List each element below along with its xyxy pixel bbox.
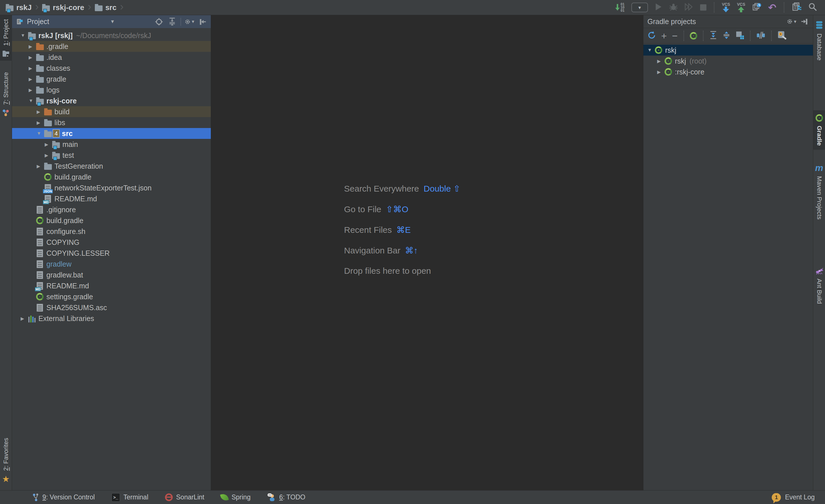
- chevron-right-icon[interactable]: ▶: [29, 76, 36, 82]
- tree-row[interactable]: ▶ .gradle: [12, 41, 211, 52]
- tree-row[interactable]: ▶ main: [12, 139, 211, 150]
- tree-row[interactable]: ▶ build: [12, 106, 211, 117]
- rollback-icon[interactable]: ↶: [768, 3, 776, 11]
- tree-row[interactable]: ▶ logs: [12, 84, 211, 95]
- chevron-right-icon[interactable]: ▶: [657, 59, 665, 64]
- chevron-right-icon[interactable]: ▶: [37, 109, 44, 114]
- search-everywhere-icon[interactable]: [808, 3, 817, 12]
- tree-row[interactable]: SHA256SUMS.asc: [12, 302, 211, 313]
- gear-icon[interactable]: ▾: [184, 17, 194, 27]
- gradle-file-icon: [44, 173, 52, 181]
- gradle-tree-row[interactable]: ▶ :rskj-core: [644, 67, 813, 77]
- tool-tab-favorites[interactable]: 2: Favorites ★: [0, 434, 12, 487]
- gradle-project-icon: [655, 47, 662, 54]
- tool-tab-database[interactable]: Database: [813, 15, 825, 65]
- tool-tab-ant[interactable]: Ant Build: [813, 264, 825, 308]
- run-configuration-select[interactable]: ▼: [631, 3, 648, 12]
- tree-row[interactable]: ▼ rskJ [rskj] ~/Documents/code/rskJ: [12, 30, 211, 41]
- vcs-commit-button[interactable]: VCS: [737, 3, 745, 12]
- locate-icon[interactable]: [154, 17, 164, 27]
- chevron-down-icon[interactable]: ▼: [21, 33, 28, 38]
- tree-row[interactable]: gradlew.bat: [12, 269, 211, 280]
- chevron-right-icon[interactable]: ▶: [37, 164, 44, 169]
- tree-row[interactable]: configure.sh: [12, 226, 211, 237]
- stop-button-disabled[interactable]: [700, 4, 706, 11]
- run-gradle-task-icon[interactable]: [690, 32, 697, 39]
- tree-row[interactable]: ▶ libs: [12, 117, 211, 128]
- chevron-right-icon[interactable]: ▶: [29, 66, 36, 71]
- tool-tab-project[interactable]: 1: Project: [0, 15, 12, 61]
- tree-row[interactable]: ▶ gradle: [12, 74, 211, 84]
- tree-row[interactable]: COPYING.LESSER: [12, 248, 211, 259]
- tree-row-modified-file[interactable]: gradlew: [12, 259, 211, 269]
- chevron-right-icon[interactable]: ▶: [29, 55, 36, 60]
- project-view-icon: [16, 18, 23, 25]
- breadcrumb-separator-icon: ›: [120, 1, 124, 13]
- update-project-icon[interactable]: [615, 3, 624, 12]
- tree-row[interactable]: MD README.md: [12, 193, 211, 204]
- tree-row[interactable]: JSON networkStateExporterTest.json: [12, 182, 211, 193]
- coverage-button-disabled[interactable]: [685, 3, 693, 12]
- tree-row[interactable]: .gitignore: [12, 204, 211, 215]
- breadcrumb-item-project[interactable]: rskJ: [6, 3, 32, 12]
- vcs-update-button[interactable]: VCS: [722, 3, 730, 12]
- detach-project-icon[interactable]: −: [672, 32, 678, 39]
- tool-tab-maven[interactable]: m Maven Projects: [813, 160, 825, 224]
- tree-row[interactable]: ▼ rskj-core: [12, 95, 211, 106]
- tree-row[interactable]: settings.gradle: [12, 291, 211, 302]
- debug-button-disabled[interactable]: [669, 3, 678, 12]
- chevron-right-icon[interactable]: ▶: [29, 87, 36, 93]
- tree-row[interactable]: ▶ test: [12, 150, 211, 161]
- chevron-right-icon[interactable]: ▶: [37, 120, 44, 125]
- attach-project-icon[interactable]: +: [661, 32, 667, 39]
- chevron-right-icon[interactable]: ▶: [657, 69, 665, 75]
- tree-row[interactable]: ▶ classes: [12, 63, 211, 74]
- gradle-tree-row[interactable]: ▶ rskj (root): [644, 56, 813, 67]
- tree-row[interactable]: ▶ TestGeneration: [12, 161, 211, 172]
- tree-row-selected[interactable]: ▼ 4 src: [12, 128, 211, 139]
- statusbar-sonarlint[interactable]: SonarLint: [165, 493, 204, 501]
- statusbar-version-control[interactable]: 9: Version Control: [32, 493, 95, 502]
- breadcrumb-label: rskj-core: [53, 3, 84, 12]
- chevron-down-icon[interactable]: ▼: [29, 98, 36, 103]
- statusbar-todo[interactable]: 6: TODO: [267, 493, 305, 502]
- tree-row[interactable]: ▶ .idea: [12, 52, 211, 63]
- tree-row[interactable]: build.gradle: [12, 172, 211, 182]
- gradle-project-icon: [665, 68, 672, 76]
- chevron-right-icon[interactable]: ▶: [21, 316, 28, 321]
- statusbar-terminal[interactable]: Terminal: [111, 493, 148, 502]
- collapse-all-icon[interactable]: [723, 31, 731, 41]
- gradle-toolbar: + −: [644, 28, 813, 44]
- chevron-right-icon[interactable]: ▶: [45, 142, 52, 147]
- recent-changes-icon[interactable]: [752, 3, 761, 12]
- offline-mode-icon[interactable]: [756, 31, 765, 41]
- collapse-all-icon[interactable]: [167, 17, 177, 27]
- expand-all-icon[interactable]: [709, 31, 717, 41]
- project-structure-icon[interactable]: [792, 2, 802, 13]
- editor-area[interactable]: Search Everywhere Double ⇧ Go to File ⇧⌘…: [211, 15, 643, 490]
- refresh-gradle-icon[interactable]: [648, 31, 656, 41]
- excluded-folder-icon: [44, 110, 52, 115]
- tree-row-external-libraries[interactable]: ▶ External Libraries: [12, 313, 211, 324]
- chevron-down-icon[interactable]: ▼: [37, 131, 44, 136]
- breadcrumb-item-module[interactable]: rskj-core: [42, 3, 84, 12]
- hide-panel-icon[interactable]: [198, 17, 207, 27]
- statusbar-spring[interactable]: Spring: [221, 493, 250, 501]
- view-dropdown-icon[interactable]: ▼: [110, 19, 115, 25]
- tree-row[interactable]: MD README.md: [12, 280, 211, 291]
- tool-tab-gradle[interactable]: Gradle: [813, 110, 825, 150]
- gradle-settings-icon[interactable]: [777, 31, 786, 41]
- chevron-right-icon[interactable]: ▶: [45, 153, 52, 158]
- run-button-disabled[interactable]: [655, 3, 662, 12]
- tool-tab-structure[interactable]: 7: Structure: [0, 68, 12, 120]
- breadcrumb-item-folder[interactable]: src: [95, 3, 117, 12]
- group-modules-icon[interactable]: [736, 31, 744, 41]
- gear-icon[interactable]: ▾: [786, 17, 796, 26]
- statusbar-event-log[interactable]: 1 Event Log: [772, 493, 815, 502]
- chevron-down-icon[interactable]: ▼: [648, 48, 655, 53]
- gradle-tree-row-selected[interactable]: ▼ rskj: [644, 45, 813, 56]
- tree-row[interactable]: build.gradle: [12, 215, 211, 226]
- chevron-right-icon[interactable]: ▶: [29, 44, 36, 49]
- hide-panel-icon[interactable]: [800, 17, 810, 26]
- tree-row[interactable]: COPYING: [12, 237, 211, 248]
